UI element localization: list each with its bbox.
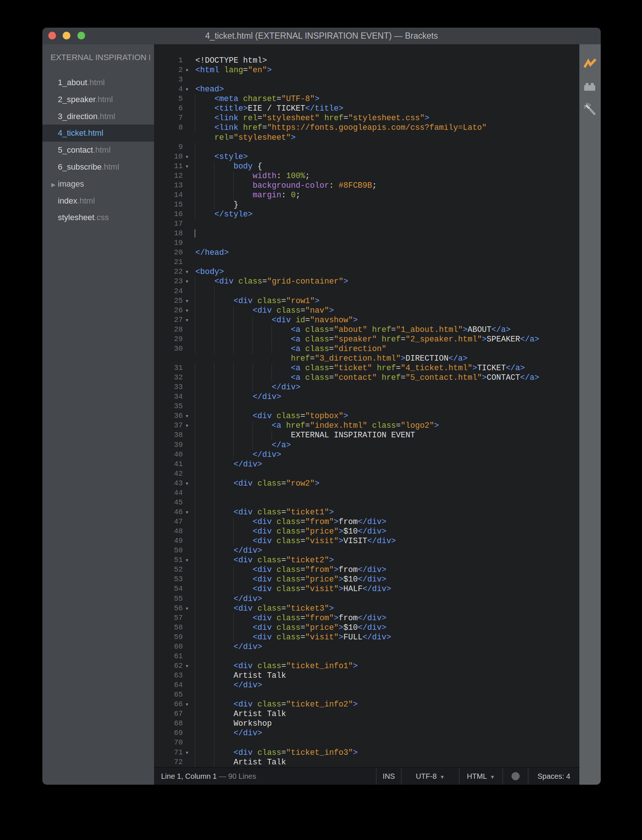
code-line[interactable]: 17 — [154, 219, 579, 229]
project-title[interactable]: EXTERNAL INSPIRATION EVENT — [50, 52, 150, 63]
code-line[interactable]: 66▼ <div class="ticket_info2"> — [154, 700, 579, 709]
code-line[interactable]: 60 </div> — [154, 642, 579, 652]
fold-arrow-icon[interactable]: ▼ — [185, 152, 192, 161]
code-line[interactable]: 4▼<head> — [154, 84, 579, 94]
code-area[interactable]: 1<!DOCTYPE html>2▼<html lang="en">34▼<he… — [154, 44, 579, 767]
code-text[interactable]: body { — [154, 161, 579, 171]
fold-arrow-icon[interactable]: ▼ — [185, 661, 192, 671]
code-text[interactable]: <div class="from">from</div> — [154, 517, 579, 526]
code-text[interactable]: <div class="price">$10</div> — [154, 575, 579, 584]
code-text[interactable]: </head> — [154, 248, 579, 257]
fold-arrow-icon[interactable]: ▼ — [185, 507, 192, 517]
fold-arrow-icon[interactable]: ▼ — [185, 84, 192, 94]
code-text[interactable]: <meta charset="UTF-8"> — [154, 94, 579, 104]
code-text[interactable]: <style> — [154, 152, 579, 161]
code-line[interactable]: 5 <meta charset="UTF-8"> — [154, 94, 579, 104]
code-line[interactable]: 45 — [154, 498, 579, 507]
code-line[interactable]: 32 <a class="contact" href="5_contact.ht… — [154, 373, 579, 382]
code-line[interactable]: 44 — [154, 488, 579, 498]
code-line[interactable]: 9 — [154, 142, 579, 152]
code-text[interactable]: <div class="ticket1"> — [154, 507, 579, 517]
file-item-4_ticket[interactable]: 4_ticket.html — [42, 125, 154, 141]
code-line[interactable]: 53 <div class="price">$10</div> — [154, 575, 579, 584]
fold-arrow-icon[interactable]: ▼ — [185, 161, 192, 171]
code-line[interactable]: 35 — [154, 401, 579, 411]
code-text[interactable]: <a class="speaker" href="2_speaker.html"… — [154, 335, 579, 344]
code-text[interactable]: <a href="index.html" class="logo2"> — [154, 421, 579, 431]
fold-arrow-icon[interactable]: ▼ — [185, 421, 192, 431]
code-line-wrap[interactable]: rel="stylesheet"> — [154, 133, 579, 142]
code-line[interactable]: 72 Artist Talk — [154, 757, 579, 767]
code-text[interactable]: <div id="navshow"> — [154, 315, 579, 325]
code-editor[interactable]: 1<!DOCTYPE html>2▼<html lang="en">34▼<he… — [154, 44, 579, 767]
code-text[interactable]: <div class="price">$10</div> — [154, 623, 579, 632]
file-item-stylesheet[interactable]: stylesheet.css — [42, 209, 154, 226]
fold-arrow-icon[interactable]: ▼ — [185, 604, 192, 613]
fold-arrow-icon[interactable]: ▼ — [185, 267, 192, 276]
fold-arrow-icon[interactable]: ▼ — [185, 411, 192, 421]
code-text[interactable]: </div> — [154, 460, 579, 469]
code-line[interactable]: 41 </div> — [154, 460, 579, 469]
code-line[interactable]: 36▼ <div class="topbox"> — [154, 411, 579, 421]
code-text[interactable]: </div> — [154, 382, 579, 392]
language-selector[interactable]: HTML▼ — [459, 768, 502, 785]
code-text[interactable]: href="3_direction.html">DIRECTION</a> — [154, 354, 579, 363]
code-text[interactable]: <div class="ticket2"> — [154, 555, 579, 565]
code-line[interactable]: 6 <title>EIE / TICKET</title> — [154, 104, 579, 113]
code-line[interactable]: 12 width: 100%; — [154, 171, 579, 181]
code-line[interactable]: 18 — [154, 229, 579, 238]
code-line[interactable]: 1<!DOCTYPE html> — [154, 56, 579, 65]
code-line[interactable]: 57 <div class="from">from</div> — [154, 613, 579, 623]
code-text[interactable]: <link href="https://fonts.googleapis.com… — [154, 123, 579, 132]
code-line[interactable]: 71▼ <div class="ticket_info3"> — [154, 748, 579, 757]
fold-arrow-icon[interactable]: ▼ — [185, 315, 192, 325]
code-text[interactable]: Workshop — [154, 719, 579, 728]
code-line[interactable]: 49 <div class="visit">VISIT</div> — [154, 536, 579, 546]
code-line[interactable]: 7 <link rel="stylesheet" href="styleshee… — [154, 113, 579, 123]
code-line[interactable]: 10▼ <style> — [154, 152, 579, 161]
code-text[interactable]: <div class="ticket_info2"> — [154, 700, 579, 709]
code-line[interactable]: 20</head> — [154, 248, 579, 257]
code-text[interactable]: <div class="ticket_info3"> — [154, 748, 579, 757]
code-text[interactable]: <a class="direction" — [154, 344, 579, 354]
code-text[interactable]: Artist Talk — [154, 757, 579, 767]
code-line[interactable]: 38 EXTERNAL INSPIRATION EVENT — [154, 431, 579, 440]
folder-collapsed-icon[interactable]: ▶ — [51, 176, 58, 192]
code-text[interactable]: margin: 0; — [154, 190, 579, 200]
code-text[interactable]: Artist Talk — [154, 709, 579, 719]
fold-arrow-icon[interactable]: ▼ — [185, 65, 192, 75]
file-item-3_direction[interactable]: 3_direction.html — [42, 108, 154, 125]
code-text[interactable]: <div class="price">$10</div> — [154, 526, 579, 536]
code-text[interactable]: <div class="from">from</div> — [154, 613, 579, 623]
code-line[interactable]: 37▼ <a href="index.html" class="logo2"> — [154, 421, 579, 431]
magic-wand-icon[interactable] — [584, 103, 596, 115]
indentation-setting[interactable]: Spaces: 4 — [528, 768, 579, 785]
code-line[interactable]: 27▼ <div id="navshow"> — [154, 315, 579, 325]
code-line[interactable]: 25▼ <div class="row1"> — [154, 296, 579, 306]
code-text[interactable]: <div class="visit">HALF</div> — [154, 584, 579, 594]
file-item-1_about[interactable]: 1_about.html — [42, 74, 154, 91]
code-line[interactable]: 68 Workshop — [154, 719, 579, 728]
code-text[interactable]: </div> — [154, 546, 579, 555]
fold-arrow-icon[interactable]: ▼ — [185, 276, 192, 286]
fold-arrow-icon[interactable]: ▼ — [185, 700, 192, 709]
code-text[interactable]: <div class="row1"> — [154, 296, 579, 306]
code-text[interactable]: <div class="visit">VISIT</div> — [154, 536, 579, 546]
live-preview-icon[interactable] — [584, 57, 596, 70]
code-text[interactable]: <html lang="en"> — [154, 65, 579, 75]
code-line[interactable]: 65 — [154, 690, 579, 700]
code-line[interactable]: 26▼ <div class="nav"> — [154, 306, 579, 315]
file-item-2_speaker[interactable]: 2_speaker.html — [42, 91, 154, 108]
code-line[interactable]: 29 <a class="speaker" href="2_speaker.ht… — [154, 335, 579, 344]
code-line[interactable]: 67 Artist Talk — [154, 709, 579, 719]
fold-arrow-icon[interactable]: ▼ — [185, 479, 192, 488]
code-text[interactable]: EXTERNAL INSPIRATION EVENT — [154, 431, 579, 440]
code-text[interactable]: <title>EIE / TICKET</title> — [154, 104, 579, 113]
code-text[interactable]: </div> — [154, 392, 579, 401]
code-text[interactable]: Artist Talk — [154, 671, 579, 680]
code-text[interactable]: <a class="ticket" href="4_ticket.html">T… — [154, 363, 579, 373]
code-line[interactable]: 22▼<body> — [154, 267, 579, 276]
title-bar[interactable]: 4_ticket.html (EXTERNAL INSPIRATION EVEN… — [42, 28, 601, 44]
code-line[interactable]: 34 </div> — [154, 392, 579, 401]
file-item-index[interactable]: index.html — [42, 192, 154, 210]
